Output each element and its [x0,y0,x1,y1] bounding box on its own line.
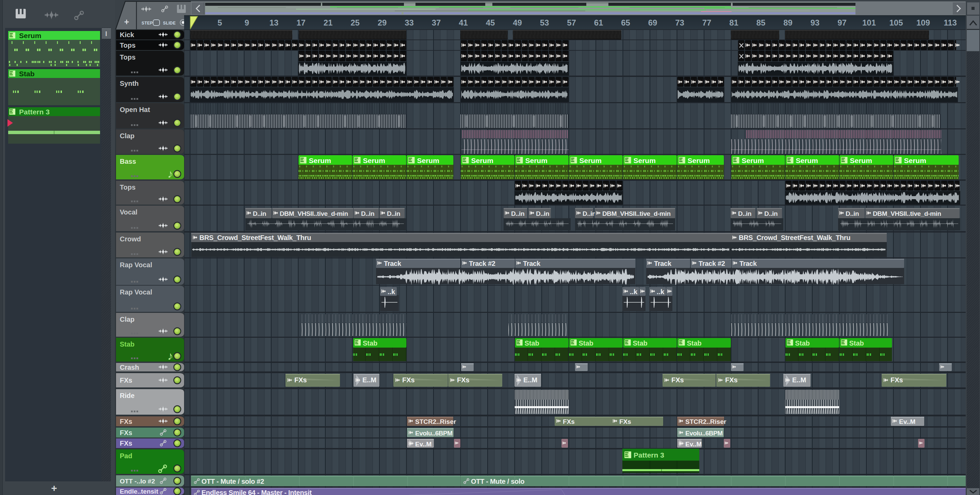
svg-text:9: 9 [245,18,249,27]
svg-text:77: 77 [702,18,711,27]
svg-text:85: 85 [756,18,765,27]
svg-text:+: + [51,482,57,493]
svg-text:73: 73 [675,18,684,27]
svg-text:♪: ♪ [167,167,173,180]
svg-text:37: 37 [432,18,441,27]
svg-text:49: 49 [513,18,522,27]
svg-text:57: 57 [567,18,576,27]
svg-text:D..in: D..in [253,210,266,217]
svg-text:FXs: FXs [120,429,132,436]
svg-text:Track: Track [654,260,672,267]
svg-text:Serum: Serum [19,32,41,40]
svg-text:Stab: Stab [850,339,864,347]
svg-text:Pattern 3: Pattern 3 [19,108,50,116]
svg-text:D..in: D..in [511,210,524,217]
svg-text:E..M: E..M [792,376,806,384]
svg-text:STEP: STEP [142,21,153,25]
svg-text:Serum: Serum [363,157,385,164]
svg-text:33: 33 [404,18,414,27]
svg-text:DBM_VHSII..tive_d-min: DBM_VHSII..tive_d-min [602,210,671,217]
svg-text:Evolu..6BPM: Evolu..6BPM [685,430,723,437]
svg-text:Stab: Stab [120,341,134,348]
svg-text:13: 13 [269,18,279,27]
svg-text:Ev..M: Ev..M [899,418,915,425]
svg-text:D..in: D..in [361,210,374,217]
svg-text:Serum: Serum [525,157,547,164]
svg-text:Kick: Kick [120,31,134,38]
svg-text:FXs: FXs [457,376,469,384]
svg-text:Stab: Stab [687,339,702,347]
svg-text:25: 25 [350,18,360,27]
svg-text:DBM_VHSII..tive_d-min: DBM_VHSII..tive_d-min [280,210,348,217]
svg-text:Track #2: Track #2 [469,260,495,267]
svg-text:Stab: Stab [363,339,377,347]
svg-text:..k: ..k [657,288,665,296]
svg-text:BRS_Crowd_StreetFest_Walk_Thru: BRS_Crowd_StreetFest_Walk_Thru [739,234,850,241]
svg-text:D..in: D..in [536,210,549,217]
svg-text:109: 109 [916,18,930,27]
svg-text:97: 97 [837,18,846,27]
svg-text:41: 41 [459,18,468,27]
svg-text:Rap Vocal: Rap Vocal [120,261,152,269]
svg-text:OTT - Mute / solo #2: OTT - Mute / solo #2 [202,477,264,485]
svg-text:FXs: FXs [725,376,738,384]
svg-text:Ev..M: Ev..M [415,441,431,448]
svg-text:Track: Track [740,260,757,267]
svg-text:STCR2..Riser: STCR2..Riser [415,418,456,425]
svg-text:Vocal: Vocal [120,209,137,216]
svg-text:E..M: E..M [363,376,376,384]
svg-text:E..M: E..M [523,376,537,384]
svg-text:Stab: Stab [579,339,593,347]
svg-text:Serum: Serum [579,157,601,164]
svg-text:FXs: FXs [120,377,132,384]
svg-text:STCR2..Riser: STCR2..Riser [685,418,727,425]
svg-text:FXs: FXs [563,418,575,425]
svg-text:17: 17 [296,18,305,27]
svg-text:Crowd: Crowd [120,235,141,243]
svg-text:5: 5 [218,18,222,27]
svg-text:OTT - Mute / solo: OTT - Mute / solo [471,477,524,485]
svg-text:OTT -..lo #2: OTT -..lo #2 [120,477,155,485]
svg-text:FXs: FXs [120,439,132,447]
svg-text:69: 69 [648,18,657,27]
svg-text:Tops: Tops [120,183,135,191]
svg-text:+: + [124,17,129,27]
svg-text:D..in: D..in [387,210,400,217]
svg-text:Track: Track [523,260,541,267]
svg-text:BRS_Crowd_StreetFest_Walk_Thru: BRS_Crowd_StreetFest_Walk_Thru [199,234,311,241]
svg-text:21: 21 [324,18,333,27]
svg-text:Pad: Pad [120,452,132,460]
svg-text:89: 89 [783,18,792,27]
svg-text:D..in: D..in [846,210,859,217]
svg-text:♪: ♪ [167,349,173,362]
svg-text:Tops: Tops [120,41,135,49]
svg-text:Endle..tensit: Endle..tensit [120,488,159,495]
svg-text:Stab: Stab [19,70,35,78]
svg-text:FXs: FXs [619,418,631,425]
svg-text:Serum: Serum [633,157,656,164]
svg-text:Clap: Clap [120,132,134,140]
svg-text:81: 81 [729,18,738,27]
svg-text:D..in: D..in [764,210,778,217]
svg-text:..k: ..k [388,288,395,296]
svg-text:Track #2: Track #2 [698,260,725,267]
svg-text:Synth: Synth [120,80,139,87]
svg-text:SLIDE: SLIDE [163,21,176,25]
svg-text:101: 101 [862,18,876,27]
svg-text:Serum: Serum [309,157,331,164]
svg-text:Track: Track [384,260,401,267]
svg-text:Serum: Serum [850,157,872,164]
svg-text:105: 105 [889,18,903,27]
svg-text:Clap: Clap [120,315,134,323]
svg-text:53: 53 [540,18,549,27]
svg-text:Bass: Bass [120,158,136,165]
svg-text:DBM_VHSII..tive_d-min: DBM_VHSII..tive_d-min [873,210,941,217]
svg-text:65: 65 [621,18,630,27]
svg-text:Crash: Crash [120,364,139,371]
svg-text:Serum: Serum [742,157,764,164]
svg-text:Serum: Serum [904,157,926,164]
svg-text:FXs: FXs [120,418,132,425]
svg-text:Ev..M: Ev..M [685,441,702,448]
svg-text:Stab: Stab [795,339,810,347]
svg-text:Stab: Stab [633,339,648,347]
